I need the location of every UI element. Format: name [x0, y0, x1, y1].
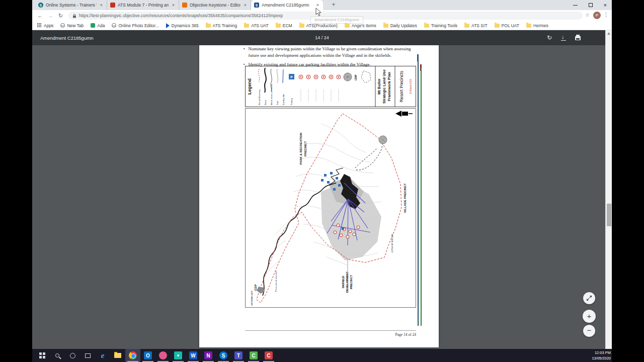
- bookmark-photo-editor[interactable]: Online Photo Editor...: [112, 23, 158, 28]
- site-icon: [91, 23, 95, 28]
- outlook-button[interactable]: O: [140, 349, 155, 362]
- skype-icon: S: [219, 351, 227, 359]
- bookmark-ats-uat[interactable]: ATS UAT: [244, 23, 269, 28]
- legend-lift-sample: [283, 69, 283, 83]
- taskbar-search-button[interactable]: [50, 349, 65, 362]
- bookmark-anges-items[interactable]: Ange's Items: [345, 23, 376, 28]
- pdf-page: ▪ Nominate key viewing points within the…: [199, 45, 439, 347]
- green-c-app-button[interactable]: C: [246, 349, 261, 362]
- zoom-in-button[interactable]: +: [583, 310, 596, 323]
- task-view-button[interactable]: [80, 349, 95, 362]
- dynamics-icon: [166, 23, 170, 28]
- download-icon[interactable]: [561, 35, 566, 41]
- mouse-cursor: [315, 8, 321, 17]
- skifield-precinct-label-line2: DEVELOPMENT: [346, 271, 349, 293]
- pdf-viewer: ▪ Nominate key viewing points within the…: [32, 45, 612, 349]
- bookmark-label: ECM: [283, 23, 292, 28]
- tab-objective-keystone[interactable]: Objective Keystone - Editor Ame ×: [179, 0, 251, 10]
- bookmark-training-tools[interactable]: Training Tools: [424, 23, 457, 28]
- tab-close-icon[interactable]: ×: [99, 3, 104, 8]
- forward-icon[interactable]: →: [48, 13, 53, 19]
- zoom-out-button[interactable]: −: [583, 325, 595, 337]
- bookmark-star-icon[interactable]: ☆: [585, 12, 590, 18]
- bookmark-ats-production[interactable]: ATS(Production): [299, 23, 338, 28]
- start-button[interactable]: [35, 349, 50, 362]
- rotate-icon[interactable]: ↻: [547, 34, 552, 41]
- clock-date: 13/05/2020: [592, 355, 611, 361]
- tab-tooltip: Amendment C2185gumn: [310, 16, 363, 24]
- bookmark-dynamics[interactable]: Dynamics 365: [166, 23, 199, 28]
- map-title-line3: Framework Plan: [387, 72, 391, 101]
- pdf-toolbar-icons: ↻: [547, 34, 581, 41]
- tab-amendment-active[interactable]: S Amendment C2185gumn ×: [251, 0, 323, 10]
- back-icon[interactable]: ←: [37, 13, 43, 19]
- legend-graphic: Legend P Resort Boundary Road Minor road…: [246, 66, 416, 107]
- revision-bar-navy: [418, 60, 419, 326]
- onenote-button[interactable]: N: [201, 349, 216, 362]
- file-explorer-button[interactable]: [110, 349, 125, 362]
- bookmark-ecm[interactable]: ECM: [276, 23, 292, 28]
- bookmark-ada[interactable]: Ada: [91, 23, 105, 28]
- bookmark-new-tab[interactable]: New Tab: [60, 23, 84, 28]
- task-view-icon: [85, 353, 91, 358]
- globe-icon: [60, 23, 65, 28]
- word-button[interactable]: W: [186, 349, 201, 362]
- trail-dashed: [355, 143, 383, 170]
- scrollbar-up-arrow-icon[interactable]: [607, 32, 610, 35]
- restore-button[interactable]: [589, 3, 593, 7]
- cortana-button[interactable]: [65, 349, 80, 362]
- tab-title: ATS Module 7 - Printing an amen: [118, 3, 169, 8]
- folder-icon: [244, 24, 249, 28]
- map-legend-box: Legend P Resort Boundary Road Minor road…: [245, 66, 416, 107]
- browser-menu-icon[interactable]: ⋮: [603, 12, 609, 18]
- tab-close-icon[interactable]: ×: [315, 3, 320, 8]
- new-tab-button[interactable]: +: [330, 2, 337, 9]
- print-icon[interactable]: [575, 36, 581, 40]
- legend-cdp-label: CDP: [354, 74, 357, 80]
- chrome-button[interactable]: [125, 349, 140, 362]
- parking-glyph: P: [290, 75, 293, 79]
- scrollbar[interactable]: [605, 30, 612, 349]
- pink-app-button[interactable]: [155, 349, 171, 362]
- bullet-item: ▪ Nominate key viewing points within the…: [244, 46, 420, 59]
- legend-label: Parking: [290, 98, 293, 105]
- page-indicator: 14 / 24: [32, 35, 612, 40]
- folder-icon: [526, 24, 531, 28]
- north-arrow: [395, 111, 413, 117]
- teal-app-icon: ▼: [174, 351, 182, 359]
- bookmark-ats-training[interactable]: ATS Training: [206, 23, 237, 28]
- close-window-button[interactable]: ×: [604, 3, 607, 8]
- profile-avatar[interactable]: P: [593, 12, 601, 19]
- taskbar-clock[interactable]: 12:03 PM 13/05/2020: [592, 350, 611, 361]
- bookmark-ats-sit[interactable]: ATS SIT: [464, 23, 488, 28]
- cdp-label: CDP: [254, 284, 257, 291]
- tab-ats-module[interactable]: ATS Module 7 - Printing an amen ×: [107, 0, 179, 10]
- url-text: https://test-planningvic.objective.com/r…: [79, 13, 283, 18]
- tab-close-icon[interactable]: ×: [243, 3, 248, 8]
- legend-label: Existing lifts: [282, 94, 285, 105]
- minimize-button[interactable]: [573, 5, 578, 6]
- teams-icon: T: [234, 351, 243, 359]
- folder-icon: [345, 24, 350, 28]
- bookmark-pol-uat[interactable]: POL UAT: [495, 23, 519, 28]
- word-icon: W: [189, 351, 197, 359]
- skifield-precinct-label-line1: SKIFIELD: [342, 276, 345, 288]
- teal-app-button[interactable]: ▼: [171, 349, 186, 362]
- red-c-app-button[interactable]: C: [261, 349, 276, 362]
- fit-page-button[interactable]: [583, 292, 595, 304]
- bookmark-label: Online Photo Editor...: [118, 23, 158, 28]
- sharepoint-favicon: S: [38, 3, 43, 8]
- tab-close-icon[interactable]: ×: [171, 3, 176, 8]
- bookmark-label: Hermes: [533, 23, 548, 28]
- skype-button[interactable]: S: [216, 349, 231, 362]
- screen: S Online Systems - Trainers Workin × ATS…: [0, 0, 644, 362]
- bookmark-hermes[interactable]: Hermes: [526, 23, 548, 28]
- bookmark-daily-updates[interactable]: Daily Updates: [383, 23, 417, 28]
- internet-explorer-button[interactable]: e: [95, 349, 110, 362]
- bookmark-apps[interactable]: Apps: [37, 23, 53, 28]
- scrollbar-thumb[interactable]: [607, 204, 611, 226]
- picnic-area-label: Picnic area & amenities: [275, 270, 277, 292]
- reload-icon[interactable]: ↻: [58, 13, 63, 19]
- teams-button[interactable]: T: [231, 349, 246, 362]
- tab-online-systems[interactable]: S Online Systems - Trainers Workin ×: [35, 0, 107, 10]
